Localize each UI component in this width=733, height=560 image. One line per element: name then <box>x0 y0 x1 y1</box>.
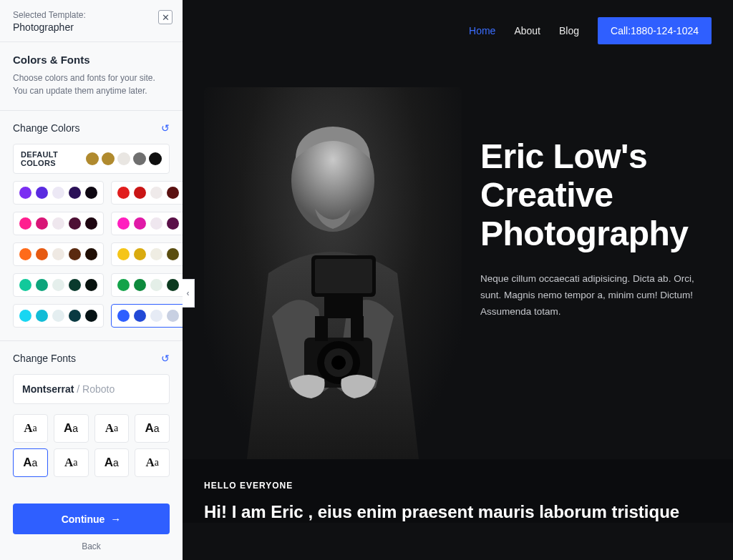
color-dot <box>19 187 31 199</box>
svg-rect-9 <box>351 316 364 341</box>
close-button[interactable]: ✕ <box>158 10 173 24</box>
font-sample-small: a <box>73 457 77 468</box>
settings-sidebar: Selected Template: Photographer ✕ Colors… <box>0 0 183 560</box>
palette-option-0[interactable] <box>13 181 104 205</box>
color-dot <box>36 310 48 322</box>
font-sample-big: A <box>64 456 73 470</box>
change-colors-title: Change Colors <box>13 122 79 134</box>
color-dot <box>36 217 48 230</box>
color-dot <box>133 152 146 165</box>
color-dot <box>149 152 162 165</box>
font-option-1[interactable]: Aa <box>54 414 89 443</box>
color-dot <box>85 310 97 322</box>
svg-rect-2 <box>315 259 372 293</box>
color-dot <box>36 248 48 260</box>
photographer-image <box>204 87 462 459</box>
continue-label: Continue <box>62 514 105 525</box>
font-sample-small: a <box>114 423 118 434</box>
color-dot <box>36 187 48 199</box>
color-dot <box>117 152 130 165</box>
font-option-7[interactable]: Aa <box>135 448 170 477</box>
color-dot <box>69 248 81 260</box>
color-dot <box>150 248 162 260</box>
font-sample-small: a <box>32 423 37 434</box>
sidebar-footer: Continue → Back <box>0 493 183 560</box>
hero-text: Eric Low's Creative Photography Neque ci… <box>462 87 712 459</box>
color-dot <box>150 310 162 322</box>
nav-link-home[interactable]: Home <box>469 25 495 36</box>
font-sample-big: A <box>64 421 72 436</box>
sidebar-header: Selected Template: Photographer ✕ <box>0 0 183 42</box>
color-dot <box>85 187 97 199</box>
color-dot <box>134 248 146 260</box>
reset-colors-icon[interactable]: ↺ <box>161 122 170 134</box>
color-dot <box>36 279 48 291</box>
color-dot <box>134 279 146 291</box>
color-dot <box>85 217 97 230</box>
palette-option-8[interactable] <box>13 304 104 328</box>
hero-section: Eric Low's Creative Photography Neque ci… <box>183 44 733 459</box>
color-dot <box>150 217 162 230</box>
color-dot <box>69 217 81 230</box>
font-sample-big: A <box>105 421 114 436</box>
color-dot <box>85 279 97 291</box>
nav-link-about[interactable]: About <box>514 25 540 36</box>
font-option-0[interactable]: Aa <box>13 414 48 443</box>
continue-button[interactable]: Continue → <box>13 503 170 534</box>
hero-title: Eric Low's Creative Photography <box>480 137 712 252</box>
template-name: Photographer <box>13 21 170 33</box>
color-dot <box>134 217 146 230</box>
palette-option-2[interactable] <box>13 212 104 235</box>
nav-link-blog[interactable]: Blog <box>559 25 579 36</box>
color-dot <box>19 217 31 230</box>
call-button[interactable]: Call:1880-124-1024 <box>598 17 712 44</box>
intro-title: Colors & Fonts <box>13 54 170 66</box>
color-dot <box>52 248 64 260</box>
font-sample-big: A <box>105 456 113 470</box>
intro-section: HELLO EVERYONE Hi! I am Eric , eius enim… <box>183 459 733 523</box>
reset-fonts-icon[interactable]: ↺ <box>161 353 170 364</box>
font-option-2[interactable]: Aa <box>94 414 130 443</box>
change-fonts-section: Change Fonts ↺ Montserrat / Roboto AaAaA… <box>0 341 183 490</box>
font-sample-big: A <box>23 456 31 470</box>
color-dot <box>150 279 162 291</box>
color-dot <box>134 187 146 199</box>
font-pair-selector[interactable]: Montserrat / Roboto <box>13 374 170 404</box>
font-option-5[interactable]: Aa <box>54 448 89 477</box>
color-dot <box>85 248 97 260</box>
palette-option-6[interactable] <box>13 273 104 297</box>
color-dot <box>117 310 130 322</box>
color-dot <box>86 152 99 165</box>
palette-option-4[interactable] <box>13 242 104 266</box>
font-option-4[interactable]: Aa <box>13 448 48 477</box>
color-dot <box>19 310 31 322</box>
font-sample-big: A <box>145 421 154 436</box>
color-dot <box>52 279 64 291</box>
change-colors-section: Change Colors ↺ DEFAULT COLORS <box>0 111 183 341</box>
hero-description: Neque cillum occaecati adipisicing. Dict… <box>480 271 712 320</box>
change-fonts-title: Change Fonts <box>13 353 76 364</box>
font-option-3[interactable]: Aa <box>135 414 170 443</box>
color-dot <box>134 310 146 322</box>
color-dot <box>117 279 130 291</box>
close-icon: ✕ <box>162 12 170 23</box>
font-samples-grid: AaAaAaAaAaAaAaAa <box>13 414 170 477</box>
color-dot <box>167 217 179 230</box>
palette-grid <box>13 181 170 328</box>
font-secondary: Roboto <box>82 383 115 395</box>
font-sample-small: a <box>32 457 38 468</box>
svg-rect-8 <box>315 316 328 341</box>
font-option-6[interactable]: Aa <box>94 448 130 477</box>
font-sample-small: a <box>72 423 78 434</box>
font-sample-big: A <box>145 456 154 470</box>
color-dot <box>167 310 179 322</box>
svg-rect-3 <box>324 297 363 318</box>
color-dot <box>52 187 64 199</box>
color-dot <box>52 310 64 322</box>
back-link[interactable]: Back <box>13 541 170 551</box>
intro-description: Choose colors and fonts for your site. Y… <box>13 72 170 97</box>
default-colors-row[interactable]: DEFAULT COLORS <box>13 144 170 174</box>
font-sample-small: a <box>113 457 119 468</box>
color-dot <box>117 217 130 230</box>
font-sample-small: a <box>154 423 160 434</box>
